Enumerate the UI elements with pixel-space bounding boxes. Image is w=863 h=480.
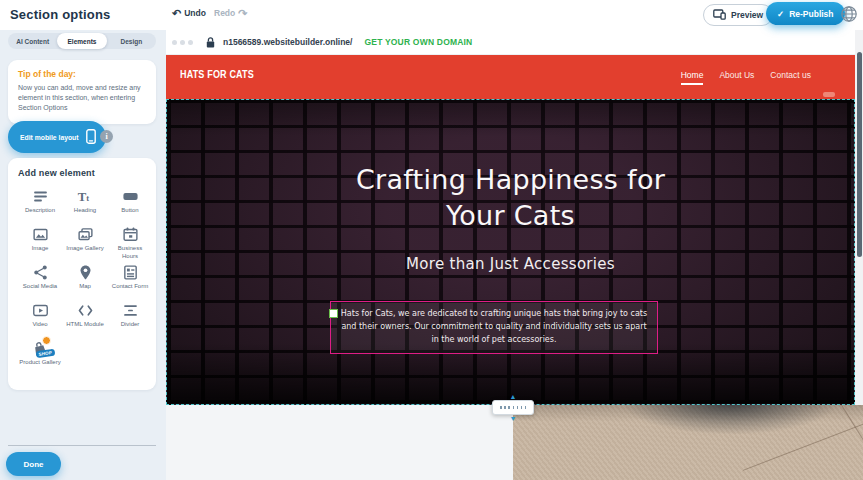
site-url: n1566589.websitebuilder.online/ [223,37,352,47]
button-icon [122,187,139,205]
nav-item-about-us[interactable]: About Us [719,70,754,85]
element-label: Image Gallery [66,245,103,253]
hero-section-selected[interactable]: Crafting Happiness for Your Cats More th… [166,99,855,405]
element-label: Video [32,321,47,329]
get-domain-link[interactable]: GET YOUR OWN DOMAIN [364,37,472,47]
html-module-icon [77,301,94,319]
devices-icon [713,9,726,22]
site-nav: HomeAbout UsContact us [681,55,811,99]
svg-text:T: T [77,189,86,203]
floor-seam-line [831,405,863,458]
image-gallery-icon [77,225,94,243]
tip-of-the-day-card: Tip of the day: Now you can add, move an… [8,60,156,124]
site-logo: HATS FOR CATS [180,68,254,80]
add-element-item-divider[interactable]: Divider [108,301,152,339]
description-icon [32,187,49,205]
divider-icon [122,301,139,319]
add-element-item-description[interactable]: Description [18,187,62,225]
panel-tabs: AI ContentElementsDesign [8,33,156,49]
add-element-item-business-hours[interactable]: Business Hours [108,225,152,263]
site-preview: n1566589.websitebuilder.online/ GET YOUR… [166,30,863,480]
element-label: Heading [74,207,96,215]
app-window: Section options ↶ Undo Redo ↷ Preview ✓ … [0,0,863,480]
element-label: Description [25,207,55,215]
hero-paragraph: Hats for Cats, we are dedicated to craft… [337,308,651,346]
hero-text-selection-box[interactable]: Hats for Cats, we are dedicated to craft… [330,301,658,354]
done-button[interactable]: Done [6,452,61,476]
scrollbar-thumb[interactable] [857,52,862,257]
section-options-panel: AI ContentElementsDesign Tip of the day:… [0,30,166,480]
video-icon [32,301,49,319]
floor-seam-line [743,416,863,471]
undo-icon: ↶ [172,8,181,18]
hero-subheading[interactable]: More than Just Accessories [167,255,854,273]
add-element-item-social-media[interactable]: Social Media [18,263,62,301]
language-globe-button[interactable] [840,5,858,23]
business-hours-icon [122,225,139,243]
add-element-item-map[interactable]: Map [63,263,107,301]
add-element-item-video[interactable]: Video [18,301,62,339]
next-section-background [166,405,513,480]
page-title: Section options [10,7,111,22]
arrow-down-icon: ▼ [510,415,517,422]
phone-icon [86,129,96,145]
add-element-item-button[interactable]: Button [108,187,152,225]
image-icon [32,225,49,243]
element-label: HTML Module [66,321,103,329]
add-element-title: Add new element [18,168,152,178]
redo-label: Redo [214,8,235,18]
redo-button[interactable]: Redo ↷ [214,8,247,18]
site-header: HATS FOR CATS HomeAbout UsContact us [166,55,855,99]
selection-drag-handle[interactable] [329,309,338,318]
arrow-up-icon: ▲ [510,393,517,400]
nav-item-contact-us[interactable]: Contact us [770,70,811,85]
preview-scrollbar [855,30,863,405]
tab-ai-content[interactable]: AI Content [8,33,57,49]
edit-mobile-layout-button[interactable]: Edit mobile layout [8,121,106,153]
panel-divider [8,445,156,446]
republish-label: Re-Publish [789,9,833,19]
contact-form-icon [122,263,139,281]
globe-icon [840,5,858,23]
top-toolbar: Section options ↶ Undo Redo ↷ Preview ✓ … [0,0,863,30]
check-icon: ✓ [777,9,784,19]
tab-elements[interactable]: Elements [57,33,106,49]
preview-label: Preview [731,10,763,20]
undo-label: Undo [184,8,206,18]
element-label: Image [32,245,49,253]
browser-address-bar: n1566589.websitebuilder.online/ GET YOUR… [166,30,863,55]
section-resize-handle[interactable]: ▲ ▼ [492,400,534,415]
undo-button[interactable]: ↶ Undo [172,8,206,18]
add-element-item-html-module[interactable]: HTML Module [63,301,107,339]
new-badge-icon [42,336,51,345]
add-element-item-heading[interactable]: TtHeading [63,187,107,225]
tip-body: Now you can add, move and resize any ele… [18,83,146,113]
next-section-image [513,405,863,480]
element-grid: DescriptionTtHeadingButtonImageImage Gal… [18,187,152,377]
shop-badge: SHOP [36,349,55,359]
add-element-item-product-gallery[interactable]: SHOPProduct Gallery [18,339,62,377]
element-label: Business Hours [109,245,151,260]
hero-heading[interactable]: Crafting Happiness for Your Cats [341,162,681,234]
preview-button[interactable]: Preview [703,4,773,26]
add-element-item-contact-form[interactable]: Contact Form [108,263,152,301]
add-element-item-image-gallery[interactable]: Image Gallery [63,225,107,263]
edit-mobile-label: Edit mobile layout [20,134,79,141]
lock-icon [206,37,215,48]
nav-item-home[interactable]: Home [681,70,704,85]
element-label: Divider [121,321,140,329]
add-new-element-card: Add new element DescriptionTtHeadingButt… [8,158,156,390]
tip-title: Tip of the day: [18,69,146,79]
product-gallery-icon: SHOP [31,339,49,357]
info-icon[interactable]: i [100,130,113,143]
republish-button[interactable]: ✓ Re-Publish [766,2,845,25]
map-icon [77,263,94,281]
tab-design[interactable]: Design [107,33,156,49]
add-element-item-image[interactable]: Image [18,225,62,263]
redo-icon: ↷ [238,8,247,18]
svg-text:t: t [86,192,89,202]
element-label: Product Gallery [19,359,60,367]
nav-more-menu[interactable] [823,92,835,97]
element-label: Button [121,207,138,215]
heading-icon: Tt [77,187,94,205]
